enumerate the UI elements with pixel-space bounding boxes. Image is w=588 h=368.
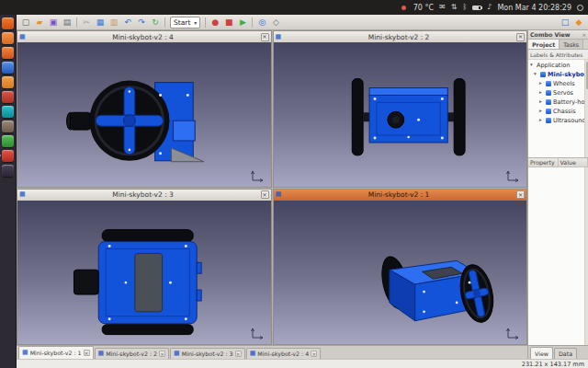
refresh-icon[interactable]: ↻ (149, 16, 162, 29)
tab-data[interactable]: Data (554, 348, 577, 359)
expander-icon[interactable]: ▾ (534, 72, 538, 77)
tree-item-wheels[interactable]: ▸ Wheels (528, 79, 588, 88)
open-file-icon[interactable]: ▰ (33, 16, 46, 29)
tab-view[interactable]: View (530, 347, 553, 359)
tab-close-icon[interactable]: × (311, 351, 317, 357)
window-title: Mini-skybot-v2 : 3 (28, 190, 259, 199)
expander-icon[interactable]: ▸ (539, 81, 544, 86)
network-icon[interactable]: ⇅ (451, 4, 458, 11)
battery-icon[interactable] (472, 6, 481, 10)
part-icon (546, 99, 551, 105)
toolbar-separator (164, 17, 165, 28)
viewport-3d-front[interactable] (274, 42, 527, 187)
macro-record-icon[interactable]: ● (209, 16, 221, 29)
doc-tab-label: Mini-skybot-v2 : 3 (182, 351, 233, 357)
tab-tasks[interactable]: Tasks (560, 40, 583, 49)
viewport-3d-top[interactable] (17, 201, 271, 345)
tree-item-battery-holder[interactable]: ▸ Battery-holder (528, 98, 588, 107)
property-scrollbar[interactable] (584, 167, 588, 345)
window-close-icon[interactable]: × (261, 190, 269, 199)
workbench-selector[interactable]: Start ▾ (170, 17, 200, 29)
ubuntu-top-panel: 70 °C ✉ ⇅ ᛒ ♪ Mon Mar 4 20:28:29 (0, 0, 588, 15)
front-view-icon[interactable]: □ (559, 16, 571, 29)
freecad-doc-icon: ▦ (174, 351, 180, 357)
window-close-icon[interactable]: × (261, 33, 269, 41)
paste-icon[interactable]: ▥ (107, 16, 120, 29)
value-column-header[interactable]: Value (559, 158, 588, 167)
fit-all-icon[interactable]: ◎ (255, 16, 268, 29)
tab-close-icon[interactable]: × (235, 351, 242, 357)
combo-view-tabs: Project Tasks (528, 40, 588, 50)
undo-icon[interactable]: ↶ (121, 16, 134, 29)
launcher-amazon[interactable] (2, 91, 14, 103)
chevron-down-icon: ▾ (194, 19, 197, 26)
launcher-arduino-ide[interactable] (2, 106, 14, 118)
new-file-icon[interactable]: ▢ (19, 16, 32, 29)
clock[interactable]: Mon Mar 4 20:28:29 (497, 4, 571, 12)
tree-item-label: Mini-skybot-v2 (548, 71, 588, 78)
tree-item-application[interactable]: ▾ Application (528, 61, 588, 70)
cut-icon[interactable]: ✂ (80, 16, 93, 29)
launcher-ubuntu-software[interactable] (2, 76, 14, 88)
tree-item-chassis[interactable]: ▸ Chassis (528, 107, 588, 116)
viewport-window-3: ▦ Mini-skybot-v2 : 3 × (17, 189, 272, 346)
launcher-terminal[interactable] (2, 165, 14, 177)
session-power-icon[interactable] (577, 5, 583, 11)
property-table-body[interactable] (528, 167, 588, 345)
launcher-dash[interactable] (2, 17, 14, 29)
robot-model-side-view (17, 42, 271, 187)
robot-model-top-view (17, 201, 271, 345)
expander-icon[interactable]: ▸ (539, 118, 544, 123)
launcher-firefox[interactable] (2, 47, 14, 59)
copy-icon[interactable]: ▦ (94, 16, 107, 29)
temperature-indicator[interactable]: 70 °C (413, 4, 434, 12)
window-titlebar-active[interactable]: ▦ Mini-skybot-v2 : 1 × (274, 190, 527, 201)
property-column-header[interactable]: Property (528, 158, 559, 167)
window-titlebar[interactable]: ▦ Mini-skybot-v2 : 3 × (17, 190, 271, 201)
launcher-freecad[interactable] (2, 150, 14, 162)
tree-item-label: Wheels (553, 80, 575, 87)
viewport-window-1: ▦ Mini-skybot-v2 : 1 × (273, 189, 528, 346)
doc-tab-4[interactable]: ▦ Mini-skybot-v2 : 4 × (246, 348, 322, 359)
combo-view-header[interactable]: Combo View × (528, 30, 588, 40)
tab-close-icon[interactable]: × (159, 351, 165, 357)
bluetooth-icon[interactable]: ᛒ (462, 4, 467, 11)
launcher-update-manager[interactable] (2, 135, 14, 147)
launcher-files[interactable] (2, 32, 14, 44)
expander-icon[interactable]: ▸ (539, 99, 544, 105)
window-titlebar[interactable]: ▦ Mini-skybot-v2 : 4 × (17, 31, 271, 42)
tab-project[interactable]: Project (528, 40, 560, 49)
expander-icon[interactable]: ▸ (539, 90, 544, 96)
freecad-doc-icon: ▦ (98, 351, 105, 357)
viewport-3d-side[interactable] (17, 42, 271, 187)
macro-stop-icon[interactable]: ■ (222, 16, 235, 29)
macro-run-icon[interactable]: ▶ (236, 16, 249, 29)
launcher-libreoffice-writer[interactable] (2, 62, 14, 74)
part-icon (546, 90, 551, 96)
tree-item-servos[interactable]: ▸ Servos (528, 88, 588, 98)
expander-icon[interactable]: ▾ (530, 63, 535, 68)
tree-scrollbar[interactable] (584, 60, 588, 157)
combo-view-panel: Combo View × Project Tasks Labels & Attr… (527, 30, 588, 345)
print-icon[interactable]: ▤ (61, 16, 74, 29)
bottom-bar: ▦ Mini-skybot-v2 : 1 × ▦ Mini-skybot-v2 … (17, 345, 588, 359)
tree-item-document[interactable]: ▾ Mini-skybot-v2 (528, 70, 588, 79)
sound-icon[interactable]: ♪ (487, 4, 492, 11)
expander-icon[interactable]: ▸ (539, 109, 544, 114)
doc-tab-3[interactable]: ▦ Mini-skybot-v2 : 3 × (170, 348, 245, 359)
window-titlebar[interactable]: ▦ Mini-skybot-v2 : 2 × (274, 31, 527, 42)
doc-tab-2[interactable]: ▦ Mini-skybot-v2 : 2 × (95, 348, 170, 359)
save-icon[interactable]: ▣ (47, 16, 60, 29)
window-close-icon[interactable]: × (516, 190, 525, 199)
axonometric-view-icon[interactable]: ◆ (572, 16, 585, 29)
redo-icon[interactable]: ↷ (135, 16, 148, 29)
doc-tab-1[interactable]: ▦ Mini-skybot-v2 : 1 × (18, 346, 94, 359)
draw-style-icon[interactable]: ◇ (269, 16, 282, 29)
panel-close-icon[interactable]: × (582, 32, 586, 38)
launcher-gimp[interactable] (2, 121, 14, 132)
messages-icon[interactable]: ✉ (439, 4, 446, 11)
tree-item-ultrasound[interactable]: ▸ Ultrasound (528, 116, 588, 125)
window-close-icon[interactable]: × (516, 33, 525, 41)
viewport-3d-perspective[interactable] (274, 201, 527, 345)
tab-close-icon[interactable]: × (84, 350, 90, 356)
